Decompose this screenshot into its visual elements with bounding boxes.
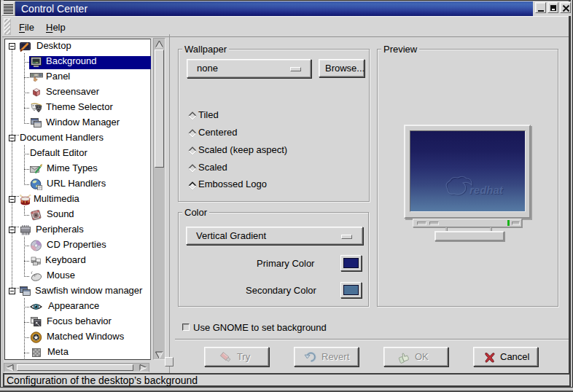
svg-text:redhat: redhat	[469, 184, 504, 196]
